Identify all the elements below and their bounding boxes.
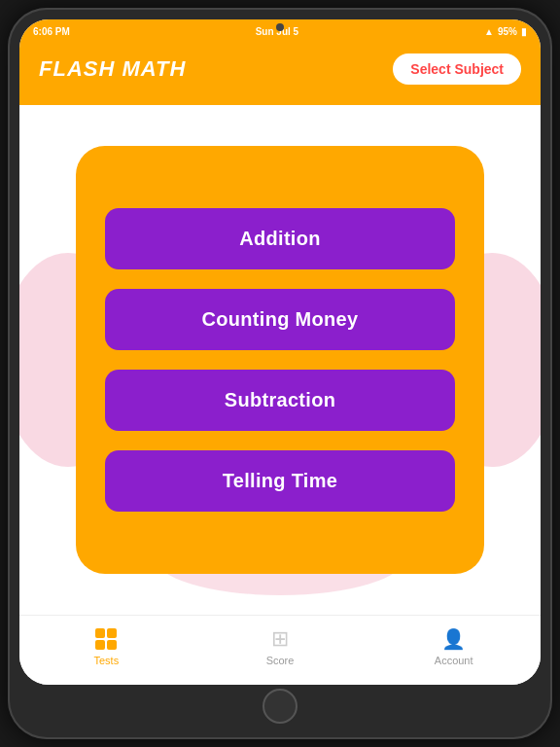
account-icon: 👤: [441, 627, 466, 651]
tab-bar: Tests ⊞ Score 👤 Account: [19, 615, 541, 685]
device-frame: 6:06 PM Sun Jul 5 ▲ 95% ▮ FLASH MATH Sel…: [8, 8, 552, 739]
status-icons: ▲ 95% ▮: [484, 26, 527, 37]
battery-text: 95%: [498, 26, 517, 37]
select-subject-button[interactable]: Select Subject: [393, 53, 521, 85]
app-logo: FLASH MATH: [39, 56, 186, 82]
tab-account[interactable]: 👤 Account: [367, 626, 541, 666]
subtraction-button[interactable]: Subtraction: [105, 370, 455, 431]
telling-time-button[interactable]: Telling Time: [105, 450, 455, 512]
score-label: Score: [266, 655, 295, 666]
wifi-icon: ▲: [484, 26, 494, 37]
tests-label: Tests: [93, 655, 119, 666]
account-label: Account: [435, 655, 473, 666]
home-button-area: [19, 685, 541, 728]
navbar: FLASH MATH Select Subject: [19, 43, 541, 105]
orange-card: Addition Counting Money Subtraction Tell…: [76, 146, 484, 574]
battery-icon: ▮: [521, 26, 527, 37]
tests-icon: [93, 626, 119, 652]
counting-money-button[interactable]: Counting Money: [105, 289, 455, 350]
score-icon: ⊞: [271, 626, 289, 652]
grid-icon: [95, 628, 117, 650]
main-content: Addition Counting Money Subtraction Tell…: [19, 105, 541, 615]
addition-button[interactable]: Addition: [105, 208, 455, 269]
account-icon-container: 👤: [441, 626, 467, 652]
home-button[interactable]: [262, 689, 298, 724]
status-time: 6:06 PM: [33, 26, 70, 37]
score-icon-container: ⊞: [267, 626, 293, 652]
tab-score[interactable]: ⊞ Score: [193, 626, 368, 666]
tab-tests[interactable]: Tests: [19, 626, 193, 666]
camera-dot: [276, 23, 284, 31]
device-screen: 6:06 PM Sun Jul 5 ▲ 95% ▮ FLASH MATH Sel…: [19, 19, 541, 685]
